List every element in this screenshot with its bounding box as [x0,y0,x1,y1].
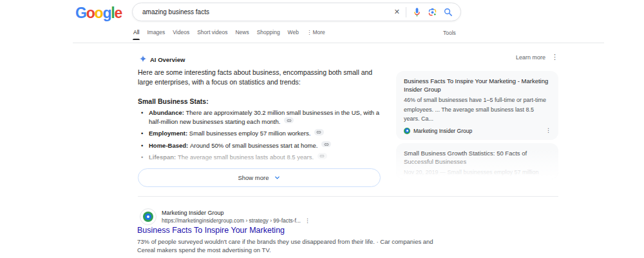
bullet-term: Lifespan: [149,154,178,161]
searchbar-divider [406,7,406,17]
ai-overview-bottom-divider [138,196,558,197]
ai-overview-sources: Business Facts To Inspire Your Marketing… [396,71,558,179]
logo-letter: o [86,5,95,21]
tab-images[interactable]: Images [147,29,165,40]
tools-button[interactable]: Tools [443,30,456,36]
search-input[interactable]: amazing business facts [142,8,394,15]
tab-videos[interactable]: Videos [173,29,189,40]
tab-label: All [133,29,139,35]
logo-letter: e [114,5,122,21]
more-kebab-icon: ⋮ [307,29,312,35]
show-more-button[interactable]: Show more [138,168,381,187]
chevron-down-icon [274,174,281,181]
clear-icon[interactable]: ✕ [394,8,400,15]
logo-letter: o [95,5,103,21]
bullet-term: Employment: [149,130,189,137]
logo-letter: g [102,5,111,21]
bullet-text: Small businesses employ 57 million worke… [189,130,312,137]
small-business-stats-heading: Small Business Stats: [138,97,209,105]
ai-bullet: Lifespan: The average small business las… [138,153,386,162]
ai-overview-intro: Here are some interesting facts about bu… [138,68,385,86]
source-name[interactable]: Marketing Insider Group [413,128,545,134]
tab-label: Videos [173,29,189,35]
tab-more[interactable]: ⋮More [307,29,325,40]
tab-label: Shopping [257,29,280,35]
bullet-text: Around 50% of small businesses start at … [190,142,319,149]
citation-link-icon[interactable] [284,117,294,124]
tab-label: Short videos [197,29,227,35]
tab-label: News [235,29,249,35]
ai-bullet: Abundance: There are approximately 30.2 … [138,108,386,126]
header-divider [73,43,604,43]
bullet-text: The average small business lasts about 8… [178,154,316,161]
result-url[interactable]: https://marketinginsidergroup.com › stra… [162,217,301,224]
source-attribution-row: Marketing Insider Group⋮ [404,128,551,134]
citation-link-icon[interactable] [314,129,324,135]
source-card[interactable]: Business Facts To Inspire Your Marketing… [396,71,558,140]
tab-all[interactable]: All [133,29,139,40]
source-card-menu-icon[interactable]: ⋮ [545,128,551,134]
tab-web[interactable]: Web [288,29,299,40]
ai-overview-bullet-list: Abundance: There are approximately 30.2 … [138,108,386,165]
google-lens-icon[interactable] [428,7,437,17]
tab-news[interactable]: News [235,29,249,40]
ai-sparkle-icon [139,54,147,65]
bullet-term: Abundance: [149,109,186,116]
ai-bullet: Employment: Small businesses employ 57 m… [138,129,386,138]
learn-more-link[interactable]: Learn more [516,54,545,61]
ai-overview-menu-icon[interactable]: ⋮ [551,54,558,61]
google-logo[interactable]: Google [75,5,122,22]
source-card-title[interactable]: Small Business Growth Statistics: 50 Fac… [404,149,551,166]
tab-short-videos[interactable]: Short videos [197,29,227,40]
source-card[interactable]: Small Business Growth Statistics: 50 Fac… [396,143,558,179]
tab-label: Web [288,29,299,35]
result-favicon [140,208,156,225]
ai-bullet: Home-Based: Around 50% of small business… [138,141,386,150]
source-card-title[interactable]: Business Facts To Inspire Your Marketing… [404,77,551,94]
tab-label: More [312,29,325,35]
result-snippet: 73% of people surveyed wouldn't care if … [137,237,435,254]
result-title-link[interactable]: Business Facts To Inspire Your Marketing [137,226,285,235]
source-card-snippet: Nov 20, 2019 — Small businesses employ 5… [404,168,551,179]
ai-overview-header: AI Overview [139,54,185,65]
tab-label: Images [147,29,165,35]
result-menu-icon[interactable]: ⋮ [305,218,310,224]
citation-link-icon[interactable] [317,153,327,159]
bullet-term: Home-Based: [149,142,190,149]
logo-letter: G [75,5,86,21]
source-favicon [404,128,410,134]
source-card-snippet: 46% of small businesses have 1–5 full-ti… [404,95,551,124]
search-bar[interactable]: amazing business facts ✕ [132,3,461,21]
tab-shopping[interactable]: Shopping [257,29,280,40]
citation-link-icon[interactable] [321,141,331,148]
result-type-tabs: AllImagesVideosShort videosNewsShoppingW… [133,29,325,40]
result-site-name[interactable]: Marketing Insider Group [162,210,224,216]
microphone-icon[interactable] [412,7,422,17]
ai-overview-title: AI Overview [150,56,185,63]
show-more-label: Show more [238,174,269,181]
search-icon[interactable] [443,7,453,17]
